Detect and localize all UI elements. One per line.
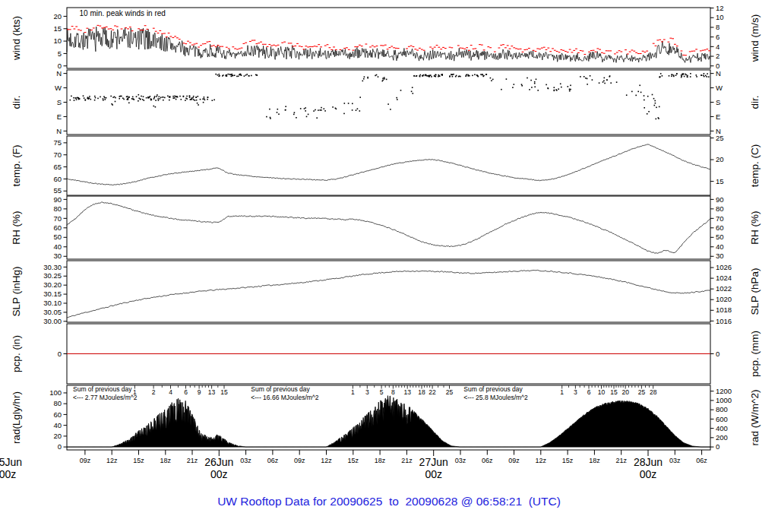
date-label-clipped: 25Jun xyxy=(0,456,22,468)
wind-peak-note: 10 min. peak winds in red xyxy=(80,9,166,17)
time-tick-label: 15z xyxy=(348,457,359,464)
tick-label-left: 30.25 xyxy=(43,271,62,280)
tick-label-right: 0 xyxy=(716,350,719,358)
panel-dir: NESWNNESWNdir.dir. xyxy=(11,69,761,135)
tick-label-left: S xyxy=(57,98,62,106)
tick-label-right: 50 xyxy=(716,233,724,241)
figure-caption: UW Rooftop Data for 20090625 to 20090628… xyxy=(0,495,778,508)
tick-label-left: 70 xyxy=(53,150,62,159)
tick-label-right: 30 xyxy=(716,252,724,260)
mj-cumulative-label: 25 xyxy=(638,388,646,396)
tick-label-right: 1018 xyxy=(716,306,732,314)
mj-cumulative-label: 25 xyxy=(446,388,454,396)
axis-title-right-rad: rad (W/m^2) xyxy=(749,390,761,446)
tick-label-right: 1200 xyxy=(716,387,732,395)
tick-label-right: 200 xyxy=(716,433,728,442)
tick-label-left: 60 xyxy=(53,175,62,183)
axis-title-right-slp: SLP (hPa) xyxy=(749,268,761,315)
mj-cumulative-label: 13 xyxy=(208,388,216,396)
tick-label-left: 70 xyxy=(53,214,62,223)
tick-label-right: 1020 xyxy=(716,295,732,303)
tick-label-right: E xyxy=(716,112,720,121)
mj-cumulative-label: 4 xyxy=(169,388,172,396)
mj-cumulative-label: 15 xyxy=(220,388,228,396)
tick-label-left: 5 xyxy=(58,49,62,58)
tick-label-left: 75 xyxy=(53,138,62,147)
rad-sum-note-line2: <--- 16.66 MJoules/m^2 xyxy=(251,394,319,401)
tick-label-left: 55 xyxy=(53,186,62,195)
panel-slp-frame xyxy=(67,261,710,322)
time-tick-label: 15z xyxy=(133,457,144,464)
rad-sum-note-line2: <--- 25.8 MJoules/m^2 xyxy=(463,394,528,401)
tick-label-right: 600 xyxy=(716,415,728,423)
axis-title-left-temp: temp. (F) xyxy=(11,145,22,187)
mj-cumulative-label: 3 xyxy=(574,388,577,396)
mj-cumulative-label: 5 xyxy=(380,388,384,396)
tick-label-left: 30.15 xyxy=(43,290,62,298)
tick-label-left: 60 xyxy=(53,410,62,419)
axis-title-right-rh: RH (%) xyxy=(749,211,761,244)
time-tick-label: 18z xyxy=(375,457,386,464)
mj-cumulative-label: 10 xyxy=(598,388,606,396)
time-tick-label: 09z xyxy=(508,457,520,464)
tick-label-right: 6 xyxy=(716,33,719,41)
tick-label-left: 20 xyxy=(53,432,62,440)
tick-label-left: 30.00 xyxy=(43,317,62,325)
mj-cumulative-label: 1 xyxy=(351,388,355,396)
tick-label-left: E xyxy=(57,112,62,121)
panel-rh: 3040506070809030405060708090RH (%)RH (%) xyxy=(11,195,761,261)
tick-label-left: 50 xyxy=(53,233,62,241)
tick-label-right: 40 xyxy=(716,242,724,251)
axis-title-left-rad: rad(Lgly/hr) xyxy=(11,391,22,444)
tick-label-right: 12 xyxy=(716,4,724,12)
tick-label-right: 0 xyxy=(716,442,719,451)
tick-label-left: 30 xyxy=(53,252,62,260)
tick-label-right: 25 xyxy=(716,134,724,142)
tick-label-right: 10 xyxy=(716,13,724,21)
tick-label-right: 8 xyxy=(716,23,719,31)
tick-label-right: 1000 xyxy=(716,396,732,404)
mj-cumulative-label: 9 xyxy=(198,388,201,396)
axis-title-left-wind: wind (kts) xyxy=(11,16,22,61)
time-tick-label: 21z xyxy=(615,457,627,464)
tick-label-left: 0 xyxy=(58,442,62,451)
tick-label-left: N xyxy=(56,127,62,135)
axis-title-right-dir: dir. xyxy=(749,95,761,109)
tick-label-left: 30.30 xyxy=(43,263,62,271)
axis-title-left-pcp: pcp. (in) xyxy=(11,335,22,372)
meteorogram-chart: 05101520024681012wind (kts)wind (m/s)NES… xyxy=(0,0,778,532)
tick-label-right: 80 xyxy=(716,204,724,213)
tick-label-left: 30.05 xyxy=(43,308,62,316)
tick-label-right: 1016 xyxy=(716,317,732,325)
mj-cumulative-label: 6 xyxy=(587,388,591,396)
panel-slp: 30.0030.0530.1030.1530.2030.2530.3010161… xyxy=(11,261,761,325)
panel-temp: 5560657075152025temp. (F)temp. (C) xyxy=(11,134,761,195)
axis-title-left-slp: SLP (inHg) xyxy=(11,267,22,317)
mj-cumulative-label: 13 xyxy=(403,388,411,396)
time-tick-label: 06z xyxy=(482,457,493,464)
rad-sum-note-line1: Sum of previous day xyxy=(73,385,132,393)
mj-cumulative-label: 15 xyxy=(610,388,618,396)
time-tick-label: 03z xyxy=(455,457,466,464)
panel-dir-frame xyxy=(67,70,710,135)
tick-label-right: N xyxy=(716,69,721,78)
axis-title-left-rh: RH (%) xyxy=(11,211,22,244)
tick-label-right: 2 xyxy=(716,52,719,60)
tick-label-left: 0 xyxy=(58,350,62,358)
x-axis: 09z12z15z18z21z03z06z09z12z15z18z21z03z0… xyxy=(0,450,707,480)
time-tick-label: 21z xyxy=(187,457,198,464)
tick-label-right: 15 xyxy=(716,177,724,185)
date-label: 00z xyxy=(640,468,657,480)
mj-cumulative-label: 28 xyxy=(650,388,657,396)
tick-label-right: 800 xyxy=(716,405,728,413)
time-tick-label: 12z xyxy=(106,457,118,464)
tick-label-left: 65 xyxy=(53,163,62,171)
mj-cumulative-label: 22 xyxy=(429,388,436,396)
time-tick-label: 18z xyxy=(160,457,172,464)
tick-label-right: 70 xyxy=(716,214,724,223)
tick-label-left: 90 xyxy=(53,195,62,204)
tick-label-right: 400 xyxy=(716,424,728,432)
time-tick-label: 03z xyxy=(669,457,681,464)
time-tick-label: 12z xyxy=(321,457,332,464)
date-label: 26Jun xyxy=(204,456,233,468)
